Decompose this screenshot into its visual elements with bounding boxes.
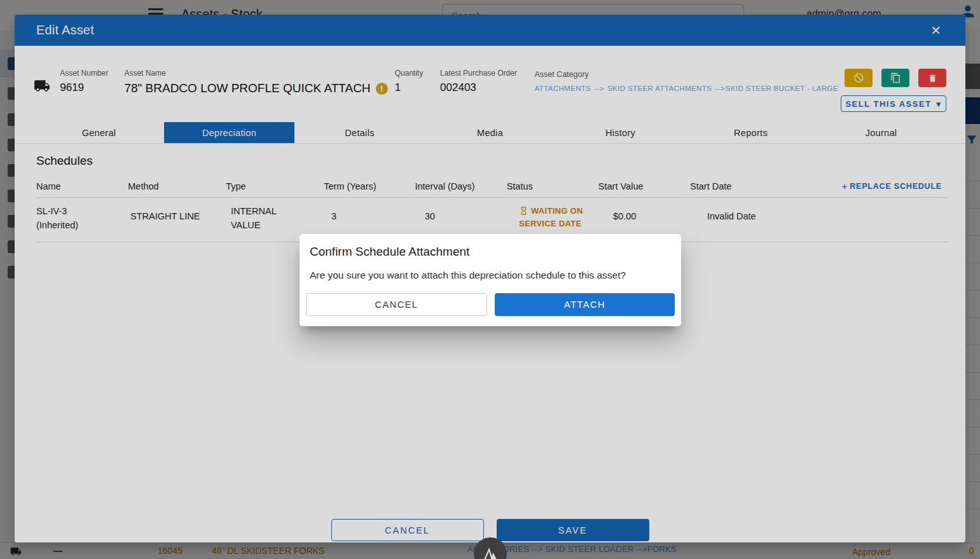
confirm-dialog-message: Are you sure you want to attach this dep… [300,259,681,281]
confirm-dialog-title: Confirm Schedule Attachment [300,234,681,259]
confirm-dialog-actions: CANCEL ATTACH [300,281,681,322]
confirm-schedule-dialog: Confirm Schedule Attachment Are you sure… [300,234,681,326]
screen: Assets - Stock admin@org.com 16045 48" D… [0,0,980,559]
confirm-cancel-button[interactable]: CANCEL [306,293,487,316]
attach-button[interactable]: ATTACH [495,293,675,316]
